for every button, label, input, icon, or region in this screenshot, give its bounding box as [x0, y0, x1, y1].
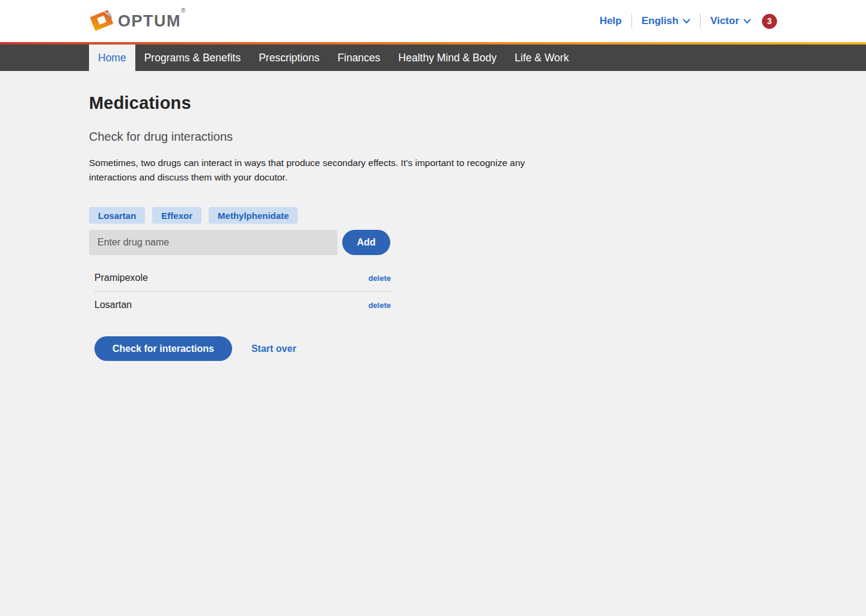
registered-mark: ®	[181, 7, 186, 14]
primary-nav: Home Programs & Benefits Prescriptions F…	[0, 45, 866, 71]
drug-name: Pramipexole	[94, 273, 148, 283]
page-description: Sometimes, two drugs can interact in way…	[89, 156, 567, 185]
chevron-down-icon	[683, 15, 690, 27]
suggestion-chips: Losartan Effexor Methylphenidate	[89, 207, 777, 224]
header-divider	[700, 13, 701, 29]
delete-link[interactable]: delete	[368, 274, 391, 283]
help-link[interactable]: Help	[600, 15, 622, 27]
user-dropdown[interactable]: Victor	[710, 15, 751, 27]
start-over-link[interactable]: Start over	[251, 343, 296, 354]
tab-prescriptions[interactable]: Prescriptions	[250, 45, 328, 71]
header-links: Help English Victor 3	[600, 13, 777, 29]
add-drug-row: Add	[89, 230, 777, 255]
optum-logo: OPTUM®	[89, 7, 186, 35]
actions-row: Check for interactions Start over	[94, 336, 777, 361]
chevron-down-icon	[743, 15, 751, 27]
notification-badge[interactable]: 3	[762, 14, 777, 29]
page-title: Medications	[89, 93, 777, 113]
tab-healthy-mind-body[interactable]: Healthy Mind & Body	[389, 45, 505, 71]
drug-row-pramipexole: Pramipexole delete	[94, 265, 391, 291]
delete-link[interactable]: delete	[368, 301, 391, 310]
optum-logo-icon	[89, 7, 114, 35]
top-header: OPTUM® Help English Victor 3	[0, 0, 866, 42]
header-divider	[631, 13, 632, 29]
drug-row-losartan: Losartan delete	[94, 292, 391, 318]
tab-programs-benefits[interactable]: Programs & Benefits	[135, 45, 250, 71]
drug-list: Pramipexole delete Losartan delete	[94, 265, 391, 318]
suggestion-chip-losartan[interactable]: Losartan	[89, 207, 145, 224]
check-interactions-button[interactable]: Check for interactions	[94, 336, 232, 361]
drug-name-input[interactable]	[89, 230, 337, 255]
tab-home[interactable]: Home	[89, 45, 135, 71]
language-dropdown[interactable]: English	[642, 15, 690, 27]
drug-name: Losartan	[94, 300, 132, 310]
language-label: English	[642, 15, 678, 27]
add-button[interactable]: Add	[342, 230, 390, 255]
suggestion-chip-methylphenidate[interactable]: Methylphenidate	[209, 207, 298, 224]
page-subtitle: Check for drug interactions	[89, 130, 777, 144]
tab-life-work[interactable]: Life & Work	[506, 45, 578, 71]
tab-finances[interactable]: Finances	[328, 45, 389, 71]
brand-wordmark: OPTUM®	[118, 13, 186, 29]
user-label: Victor	[710, 15, 739, 27]
suggestion-chip-effexor[interactable]: Effexor	[152, 207, 201, 224]
main-content: Medications Check for drug interactions …	[0, 71, 866, 361]
